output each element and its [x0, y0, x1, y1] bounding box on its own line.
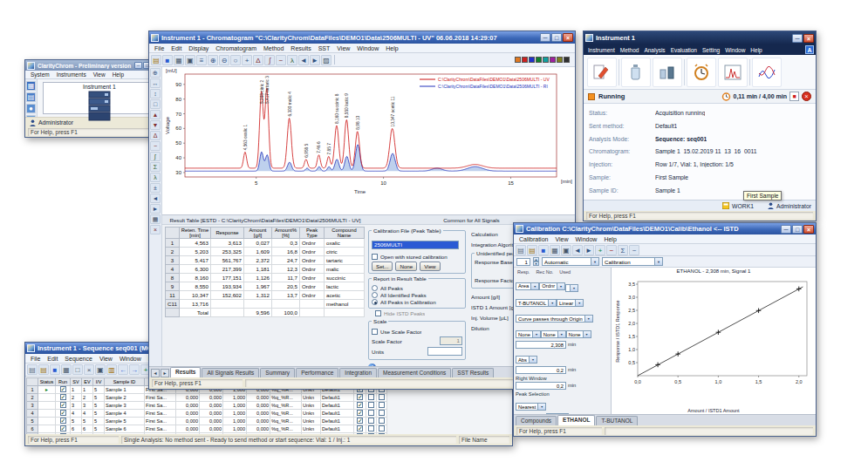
checkbox[interactable]	[357, 425, 363, 431]
instrument-image[interactable]	[44, 91, 155, 122]
a-badge-icon[interactable]: A	[805, 45, 814, 54]
peak-icon[interactable]: Δ	[253, 55, 263, 65]
copy-icon[interactable]: ▣	[95, 364, 106, 375]
tab-scroll-right[interactable]: ►	[161, 369, 169, 377]
autoscale-icon[interactable]: □	[150, 99, 161, 109]
checkbox[interactable]	[368, 418, 374, 424]
data-acquisition-button[interactable]	[752, 58, 782, 87]
menu-edit[interactable]: Edit	[167, 45, 185, 51]
unzoom-icon[interactable]: ○	[230, 55, 241, 65]
overlay-icon[interactable]: ≡	[196, 55, 207, 65]
workspace-label[interactable]: WORK1	[732, 203, 754, 209]
tab-performance[interactable]: Performance	[296, 368, 338, 377]
user-variables-button[interactable]: i User Variables	[368, 363, 466, 366]
none-button[interactable]: None	[395, 262, 417, 271]
checkbox[interactable]	[379, 394, 385, 400]
checkbox[interactable]	[368, 394, 374, 400]
checkbox[interactable]	[357, 402, 363, 408]
menu-system[interactable]: System	[27, 71, 53, 78]
menu-window[interactable]: Window	[353, 45, 382, 51]
recalculate-icon[interactable]: Σ	[618, 245, 628, 255]
checkbox[interactable]	[60, 394, 66, 400]
method-setup-button[interactable]	[587, 58, 617, 87]
checkbox[interactable]	[368, 410, 374, 416]
result-column-header[interactable]	[166, 228, 180, 239]
menu-help[interactable]: Help	[382, 45, 401, 51]
menu-view[interactable]: View	[96, 356, 116, 362]
undo-icon[interactable]: ←	[118, 364, 128, 375]
signal-color-swatch[interactable]	[543, 57, 549, 63]
print-preview-icon[interactable]: □	[72, 364, 83, 375]
sequence-row[interactable]: 3335Sample 3First Sa...0,0000,0001,0000,…	[27, 402, 387, 410]
lambda-icon[interactable]: λ	[150, 173, 161, 182]
use-scale-factor-checkbox[interactable]: Use Scale Factor	[372, 329, 462, 335]
radio[interactable]	[372, 292, 378, 298]
integrate-icon[interactable]: ∫	[150, 152, 161, 161]
compound-property-select[interactable]: None▼	[516, 330, 541, 338]
checkbox[interactable]	[379, 425, 385, 431]
all-peaks-radio[interactable]: All Peaks	[372, 285, 462, 291]
minimize-button[interactable]: ─	[792, 34, 803, 43]
compound-property-select[interactable]: T-BUTANOL▼	[516, 299, 557, 307]
chromatogram-plot[interactable]: 30405060708090510154,563 oxalic 15,203 c…	[162, 67, 575, 214]
signal-color-swatch[interactable]	[522, 57, 528, 63]
checkbox[interactable]	[372, 254, 378, 260]
new-calibration-icon[interactable]: ▤	[516, 245, 526, 255]
tab-sst-results[interactable]: SST Results	[452, 368, 494, 377]
checkbox[interactable]	[368, 433, 374, 434]
redo-icon[interactable]: →	[129, 364, 140, 375]
radio[interactable]	[372, 285, 378, 291]
view-mode-select[interactable]: Calibration▼	[602, 257, 663, 266]
tab-summary[interactable]: Summary	[260, 368, 295, 377]
checkbox[interactable]	[368, 402, 374, 408]
menu-sequence[interactable]: Sequence	[61, 356, 96, 362]
peak-end-icon[interactable]: ▼	[150, 120, 161, 130]
close-button[interactable]: ×	[803, 34, 814, 43]
radio[interactable]	[372, 299, 378, 305]
sequence-row[interactable]: 7775Sample 7First Sa...0,0000,0001,0000,…	[27, 433, 387, 435]
sequence-button[interactable]	[653, 58, 682, 87]
grid-icon[interactable]: ▦	[150, 214, 161, 224]
sequence-column-header[interactable]: EV	[82, 378, 93, 386]
compound-property-select[interactable]: Nearest▼	[516, 403, 546, 411]
compound-property-select[interactable]: None▼	[541, 330, 566, 338]
compound-property-input[interactable]: 0,2	[516, 366, 566, 374]
instrument-1-launcher[interactable]: Instrument 1	[43, 82, 156, 114]
sequence-row[interactable]: 5555Sample 5First Sa...0,0000,0001,0000,…	[27, 418, 387, 425]
print-icon[interactable]: ▦	[550, 245, 560, 255]
calibration-titlebar[interactable]: Calibration C:\ClarityChrom\DataFiles\DE…	[514, 223, 816, 234]
baseline-icon[interactable]: −	[276, 55, 286, 65]
result-row[interactable]: 14,5633,6130,0270,3Ordnroxalic	[166, 239, 365, 248]
tab-scroll-left[interactable]: ◄	[151, 369, 160, 377]
compound-property-input[interactable]: 2,308	[516, 341, 566, 349]
checkbox[interactable]	[372, 329, 378, 335]
next-icon[interactable]: ►	[310, 55, 320, 65]
checkbox[interactable]	[60, 425, 66, 431]
result-row[interactable]: C1113,716methanol	[166, 300, 365, 309]
minimize-button[interactable]: ─	[540, 33, 550, 42]
menu-chromatogram[interactable]: Chromatogram	[212, 45, 260, 51]
open-stored-calibration-checkbox[interactable]: Open with stored calibration	[372, 254, 462, 260]
copy-icon[interactable]: ▣	[561, 245, 571, 255]
sequence-column-header[interactable]: Status	[38, 378, 56, 386]
checkbox[interactable]	[357, 433, 363, 434]
result-column-header[interactable]: Peak Type	[300, 228, 325, 239]
result-row[interactable]: Total9,596100,0	[166, 309, 365, 317]
compound-property-input[interactable]: 0,2	[516, 382, 566, 390]
checkbox[interactable]	[368, 425, 374, 431]
clarity-main-titlebar[interactable]: ClarityChrom - Preliminary version ─ □ ×	[25, 60, 161, 71]
result-row[interactable]: 98,550193,9341,96720,5Ordnrlactic	[166, 282, 365, 291]
paste-icon[interactable]: ▥	[106, 364, 117, 375]
previous-compound-icon[interactable]: ◄	[572, 245, 583, 255]
minimize-button[interactable]: ─	[134, 62, 142, 69]
sequence-row[interactable]: 4445Sample 4First Sa...0,0000,0001,0000,…	[27, 410, 387, 418]
plusminus-icon[interactable]: ±	[150, 183, 161, 193]
checkbox[interactable]	[357, 410, 363, 416]
all-peaks-in-calibration-radio[interactable]: All Peaks in Calibration	[372, 299, 462, 305]
spin-down-icon[interactable]: ▼	[533, 262, 539, 266]
compound-property-select[interactable]: Area▼	[516, 282, 539, 290]
tab-results[interactable]: Results	[170, 367, 201, 377]
checkbox[interactable]	[379, 433, 385, 434]
sequence-column-header[interactable]: Sample ID	[105, 378, 145, 386]
close-tool-icon[interactable]: ×	[150, 225, 161, 234]
